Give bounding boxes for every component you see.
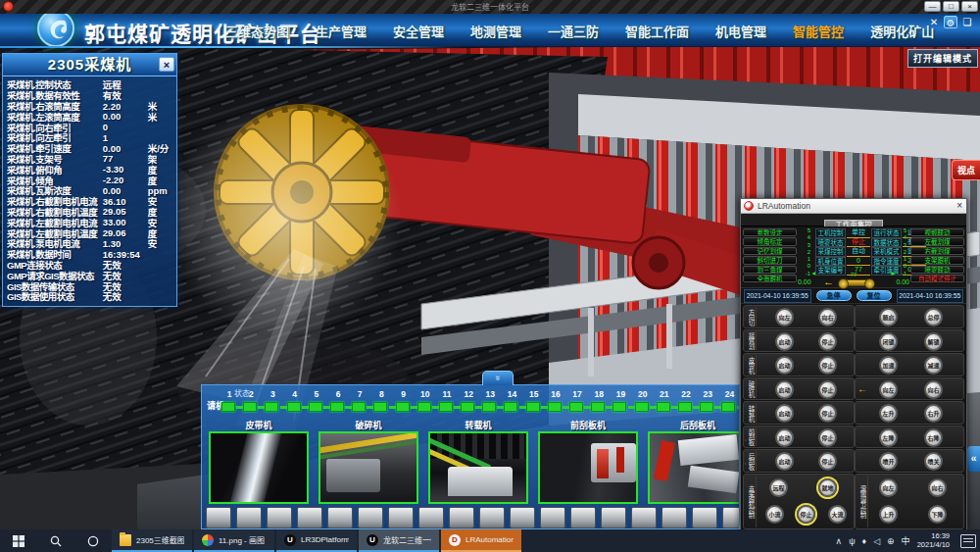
lrautomation-titlebar[interactable]: LRAutomation × bbox=[741, 199, 966, 214]
nav-item-8[interactable]: 智能管控 bbox=[793, 22, 844, 40]
camera-thumbnail[interactable] bbox=[318, 431, 418, 504]
camera-2[interactable]: 破碎机 bbox=[318, 419, 418, 504]
maximize-button[interactable]: □ bbox=[943, 1, 959, 12]
mode-button-right-3[interactable]: 右截割煤 bbox=[910, 247, 964, 255]
close-button[interactable]: × bbox=[961, 1, 978, 12]
section-round-button[interactable]: 停止 bbox=[797, 505, 815, 524]
remote-round-button[interactable]: 向右 bbox=[924, 380, 943, 399]
stop-round-button[interactable]: 向右 bbox=[818, 308, 837, 326]
nav-item-5[interactable]: 一通三防 bbox=[548, 22, 599, 40]
viewpoint-tab[interactable]: 视点 bbox=[952, 160, 980, 180]
support-item-18[interactable]: 18 bbox=[588, 389, 610, 419]
nav-item-9[interactable]: 透明化矿山 bbox=[870, 22, 934, 40]
support-item-19[interactable]: 19 bbox=[610, 389, 631, 419]
taskbar-clock[interactable]: 16:392021/4/10 bbox=[917, 532, 950, 549]
support-item-23[interactable]: 23 bbox=[697, 389, 718, 419]
remote-round-button[interactable]: 左降 bbox=[879, 428, 898, 447]
section-round-button[interactable]: 远程 bbox=[769, 478, 788, 497]
support-item-4[interactable]: 4 bbox=[284, 389, 306, 419]
start-round-button[interactable]: 启动 bbox=[775, 380, 794, 399]
section-round-button[interactable]: 上升 bbox=[879, 505, 898, 524]
start-round-button[interactable]: 启动 bbox=[775, 332, 794, 351]
reset-button[interactable]: 复位 bbox=[857, 290, 892, 301]
support-item-8[interactable]: 8 bbox=[370, 389, 392, 419]
section-round-button[interactable]: 向右 bbox=[928, 478, 947, 497]
camera-thumbnail[interactable] bbox=[648, 431, 740, 504]
mode-button-left-2[interactable]: 倾角标定 bbox=[743, 237, 797, 245]
support-item-17[interactable]: 17 bbox=[566, 389, 588, 419]
remote-round-button[interactable]: 喷关 bbox=[924, 452, 943, 471]
remote-round-button[interactable]: 喷开 bbox=[879, 452, 898, 471]
remote-round-button[interactable]: 解锁 bbox=[924, 332, 943, 351]
remote-round-button[interactable]: 左升 bbox=[879, 404, 898, 423]
support-item-16[interactable]: 16 bbox=[545, 389, 566, 419]
section-round-button[interactable]: 下降 bbox=[928, 505, 947, 524]
side-collapse-tab[interactable]: « bbox=[967, 446, 980, 472]
support-item-9[interactable]: 9 bbox=[393, 389, 415, 419]
volume-icon[interactable]: ◁ bbox=[873, 536, 880, 546]
mode-button-right-2[interactable]: 左截割煤 bbox=[910, 237, 964, 245]
stop-round-button[interactable]: 停止 bbox=[818, 404, 837, 423]
taskbar-item-3[interactable]: ULR3DPlatform - U... bbox=[276, 529, 357, 552]
support-item-5[interactable]: 5 bbox=[306, 389, 327, 419]
mode-button-right-6[interactable]: 自动模式停止 bbox=[910, 275, 964, 282]
remote-round-button[interactable]: 右升 bbox=[924, 404, 943, 423]
section-round-button[interactable]: 大流 bbox=[828, 505, 847, 524]
mode-button-left-5[interactable]: 割三角煤 bbox=[743, 266, 797, 274]
notification-center-icon[interactable] bbox=[960, 534, 976, 548]
defender-shield-icon[interactable]: ♦ bbox=[862, 536, 867, 546]
support-item-10[interactable]: 10 bbox=[415, 389, 436, 419]
support-item-7[interactable]: 7 bbox=[349, 389, 370, 419]
support-item-6[interactable]: 6 bbox=[327, 389, 349, 419]
support-item-11[interactable]: 11 bbox=[436, 389, 458, 419]
open-edit-mode-button[interactable]: 打开编辑模式 bbox=[907, 49, 978, 68]
remote-round-button[interactable]: 顺启 bbox=[879, 308, 898, 326]
camera-thumbnail[interactable] bbox=[538, 431, 638, 504]
ime-icon[interactable]: 中 bbox=[902, 534, 910, 547]
remote-round-button[interactable]: 加速 bbox=[879, 356, 898, 375]
taskbar-item-1[interactable]: 2305三维截图 bbox=[112, 529, 192, 552]
tray-expand-icon[interactable]: ∧ bbox=[836, 536, 843, 546]
support-item-21[interactable]: 21 bbox=[654, 389, 675, 419]
camera-thumbnail[interactable] bbox=[428, 431, 528, 504]
taskbar-item-4[interactable]: U龙软二三维一体化... bbox=[359, 529, 439, 552]
taskbar-item-5[interactable]: DLRAutomation bbox=[441, 529, 521, 552]
support-item-3[interactable]: 3 bbox=[262, 389, 283, 419]
mode-button-right-4[interactable]: 支架跟机 bbox=[910, 256, 964, 264]
settings-gear-icon[interactable]: ⚙ bbox=[944, 16, 957, 28]
stop-round-button[interactable]: 停止 bbox=[818, 332, 837, 351]
search-button[interactable] bbox=[37, 529, 74, 552]
start-round-button[interactable]: 启动 bbox=[775, 404, 794, 423]
support-item-20[interactable]: 20 bbox=[632, 389, 654, 419]
support-item-15[interactable]: 15 bbox=[523, 389, 545, 419]
support-item-24[interactable]: 24 bbox=[718, 389, 740, 419]
camera-4[interactable]: 前刮板机 bbox=[538, 419, 638, 504]
start-round-button[interactable]: 启动 bbox=[775, 356, 794, 375]
window-restore-icon[interactable]: ❏ bbox=[960, 16, 974, 28]
remote-round-button[interactable]: 减速 bbox=[924, 356, 943, 375]
mode-button-right-1[interactable]: 视频联动 bbox=[910, 228, 964, 236]
nav-item-6[interactable]: 智能工作面 bbox=[625, 22, 689, 40]
shearer-panel-titlebar[interactable]: 2305采煤机 × bbox=[3, 54, 176, 76]
remote-round-button[interactable]: 向左 bbox=[879, 380, 898, 399]
mode-button-left-4[interactable]: 斜切进刀 bbox=[743, 256, 797, 264]
support-item-2[interactable]: 2 bbox=[240, 389, 262, 419]
camera-3[interactable]: 转载机 bbox=[428, 419, 528, 504]
taskbar-item-2[interactable]: 11.png - 画图 bbox=[194, 529, 274, 552]
bottom-panel-collapse-tab[interactable]: » bbox=[482, 371, 514, 385]
start-round-button[interactable]: 启动 bbox=[775, 428, 794, 447]
start-round-button[interactable]: 启动 bbox=[775, 452, 794, 471]
close-icon[interactable]: × bbox=[159, 57, 174, 72]
cortana-button[interactable] bbox=[74, 529, 112, 552]
tools-icon[interactable]: ✕ bbox=[927, 16, 941, 28]
network-icon[interactable]: ⊕ bbox=[887, 536, 895, 546]
nav-item-4[interactable]: 地测管理 bbox=[470, 22, 521, 40]
remote-round-button[interactable]: 右降 bbox=[924, 428, 943, 447]
start-round-button[interactable]: 向左 bbox=[775, 308, 794, 326]
mode-button-left-1[interactable]: 参数设定 bbox=[743, 228, 797, 236]
support-item-14[interactable]: 14 bbox=[501, 389, 522, 419]
support-item-12[interactable]: 12 bbox=[458, 389, 479, 419]
os-titlebar[interactable]: 龙软二三维一体化平台 —□× bbox=[0, 0, 980, 14]
mode-button-left-3[interactable]: 记忆割煤 bbox=[743, 247, 797, 255]
camera-thumbnail[interactable] bbox=[209, 431, 309, 504]
